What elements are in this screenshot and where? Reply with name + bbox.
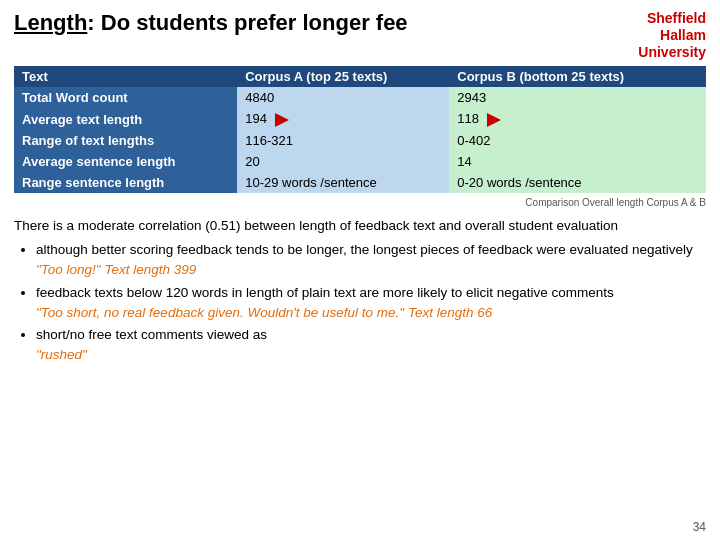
correlation-text: There is a moderate correlation (0.51) b… bbox=[14, 216, 706, 236]
page-number: 34 bbox=[693, 520, 706, 534]
bullet-main-text: short/no free text comments viewed as bbox=[36, 327, 267, 342]
table-header-col3: Corpus B (bottom 25 texts) bbox=[449, 66, 706, 87]
title-underlined-word: Length bbox=[14, 10, 87, 35]
bullet-item: feedback texts below 120 words in length… bbox=[36, 283, 706, 324]
page-header: Length: Do students prefer longer fee Sh… bbox=[0, 0, 720, 66]
bullet-list: although better scoring feedback tends t… bbox=[14, 240, 706, 366]
table-row-corpus-a: 4840 bbox=[237, 87, 449, 108]
table-row-corpus-b: 118 bbox=[449, 108, 706, 130]
table-header-col1: Text bbox=[14, 66, 237, 87]
table-row-corpus-a: 10-29 words /sentence bbox=[237, 172, 449, 193]
bullet-sub-text: "rushed" bbox=[36, 347, 87, 362]
table-row-corpus-a: 116-321 bbox=[237, 130, 449, 151]
logo-hallam: Hallam bbox=[660, 27, 706, 44]
bullet-main-text: feedback texts below 120 words in length… bbox=[36, 285, 614, 300]
table-row-corpus-b: 0-20 words /sentence bbox=[449, 172, 706, 193]
comparison-table: TextCorpus A (top 25 texts)Corpus B (bot… bbox=[14, 66, 706, 193]
data-table-container: TextCorpus A (top 25 texts)Corpus B (bot… bbox=[0, 66, 720, 197]
table-row-label: Range sentence length bbox=[14, 172, 237, 193]
logo-university: University bbox=[638, 44, 706, 61]
page-title: Length: Do students prefer longer fee bbox=[14, 10, 408, 36]
body-content: There is a moderate correlation (0.51) b… bbox=[0, 212, 720, 374]
bullet-item: short/no free text comments viewed as"ru… bbox=[36, 325, 706, 366]
table-row-label: Total Word count bbox=[14, 87, 237, 108]
bullet-sub-text: "Too long!" Text length 399 bbox=[36, 262, 196, 277]
table-row-corpus-b: 14 bbox=[449, 151, 706, 172]
logo-sheffield: Sheffield bbox=[647, 10, 706, 27]
bullet-sub-text: "Too short, no real feedback given. Woul… bbox=[36, 305, 492, 320]
table-row-label: Average sentence length bbox=[14, 151, 237, 172]
bullet-item: although better scoring feedback tends t… bbox=[36, 240, 706, 281]
table-row-corpus-a: 20 bbox=[237, 151, 449, 172]
arrow-icon bbox=[487, 113, 501, 127]
table-header-col2: Corpus A (top 25 texts) bbox=[237, 66, 449, 87]
table-row-corpus-a: 194 bbox=[237, 108, 449, 130]
university-logo: Sheffield Hallam University bbox=[596, 10, 706, 60]
table-caption: Comparison Overall length Corpus A & B bbox=[0, 197, 720, 212]
table-row-label: Range of text lengths bbox=[14, 130, 237, 151]
bullet-main-text: although better scoring feedback tends t… bbox=[36, 242, 693, 257]
table-row-corpus-b: 0-402 bbox=[449, 130, 706, 151]
arrow-icon bbox=[275, 113, 289, 127]
title-rest: : Do students prefer longer fee bbox=[87, 10, 407, 35]
table-row-label: Average text length bbox=[14, 108, 237, 130]
table-row-corpus-b: 2943 bbox=[449, 87, 706, 108]
